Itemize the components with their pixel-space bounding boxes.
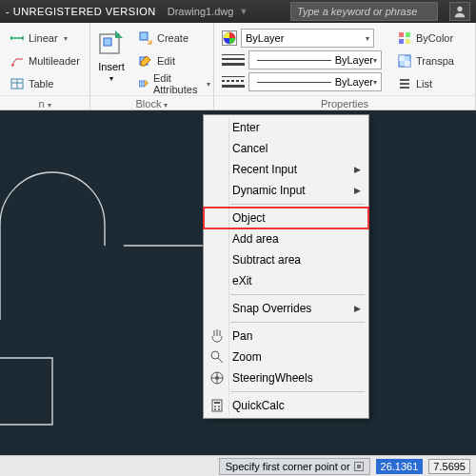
ctx-enter[interactable]: Enter [204,117,368,138]
create-block-button[interactable]: Create [134,29,214,48]
svg-rect-4 [140,32,148,40]
document-filename: Drawing1.dwg [168,6,234,17]
ribbon: Linear▾ Multileader Table n ▾ Insert [0,23,476,110]
dyn-toggle-icon[interactable] [354,462,364,471]
leader-icon [10,53,25,69]
transparency-icon [397,53,412,69]
table-icon [10,76,25,91]
list-button[interactable]: List [393,74,458,93]
svg-point-21 [218,406,220,407]
svg-rect-3 [104,38,111,46]
titlebar: - UNREGISTERED VERSION Drawing1.dwg ▼ Ty… [0,0,476,23]
insert-icon [96,29,127,59]
svg-point-17 [215,376,219,380]
edit-block-icon [138,53,153,69]
list-icon [397,76,412,91]
color-swatch-icon [222,30,237,46]
prompt-text: Specify first corner point or [226,461,350,472]
menu-separator [230,294,365,295]
coord-x[interactable]: 26.1361 [376,459,424,474]
table-button[interactable]: Table [6,74,84,93]
svg-point-20 [214,406,216,407]
svg-point-15 [211,351,219,359]
statusbar: Specify first corner point or 26.1361 7.… [0,455,476,476]
ctx-steering-wheels[interactable]: SteeringWheels [204,367,368,388]
ctx-quickcalc[interactable]: QuickCalc [204,395,368,416]
annotation-panel: Linear▾ Multileader Table n ▾ [0,23,90,109]
submenu-arrow-icon: ▶ [354,186,361,195]
edit-block-button[interactable]: Edit [134,51,214,70]
create-block-icon [138,30,153,46]
edit-attributes-button[interactable]: Edit Attributes▾ [134,74,214,93]
submenu-arrow-icon: ▶ [354,165,361,174]
ctx-pan[interactable]: Pan [204,326,368,347]
pan-icon [209,328,225,344]
ctx-recent-input[interactable]: Recent Input▶ [204,159,368,180]
coord-y[interactable]: 7.5695 [428,459,470,474]
linetype-combo[interactable]: ByLayer▾ [222,72,382,91]
command-prompt[interactable]: Specify first corner point or [219,458,370,475]
search-input[interactable]: Type a keyword or phrase [290,2,438,21]
submenu-arrow-icon: ▶ [354,304,361,313]
zoom-icon [209,349,225,365]
ctx-snap-overrides[interactable]: Snap Overrides▶ [204,298,368,319]
color-combo[interactable]: ByLayer▾ [222,29,382,48]
ctx-dynamic-input[interactable]: Dynamic Input▶ [204,180,368,201]
ctx-exit[interactable]: eXit [204,270,368,291]
svg-rect-9 [406,32,410,37]
svg-rect-14 [405,61,410,67]
bycolor-button[interactable]: ByColor [393,29,458,48]
svg-rect-18 [212,400,222,411]
context-menu: Enter Cancel Recent Input▶ Dynamic Input… [203,114,369,419]
svg-rect-19 [214,402,220,404]
linear-dimension-button[interactable]: Linear▾ [6,29,84,48]
properties-panel: ByLayer▾ ByLayer▾ ByLayer▾ ByColor [214,23,476,109]
menu-separator [230,322,365,323]
chevron-down-icon[interactable]: ▼ [239,7,248,16]
insert-button[interactable]: Insert ▾ [96,29,127,83]
svg-rect-10 [399,39,404,44]
transparency-button[interactable]: Transpa [393,51,458,70]
svg-point-22 [214,408,216,410]
lineweight-icon [222,53,245,67]
svg-point-23 [218,408,220,410]
signin-icon[interactable] [449,2,470,21]
bycolor-icon [397,30,412,46]
multileader-button[interactable]: Multileader [6,51,84,70]
calculator-icon [209,398,225,413]
unregistered-banner: - UNREGISTERED VERSION [6,6,156,17]
edit-attributes-icon [138,76,149,91]
ctx-zoom[interactable]: Zoom [204,347,368,367]
ctx-subtract-area[interactable]: Subtract area [204,249,368,270]
svg-rect-13 [399,55,405,61]
svg-rect-11 [406,39,410,44]
linetype-icon [222,75,245,89]
dimension-icon [10,30,25,46]
svg-point-0 [457,7,462,11]
menu-separator [230,391,365,392]
lineweight-combo[interactable]: ByLayer▾ [222,50,382,69]
ctx-cancel[interactable]: Cancel [204,138,368,159]
ctx-add-area[interactable]: Add area [204,228,368,249]
block-panel: Insert ▾ Create Edit Edit Attributes▾ Bl… [90,23,214,109]
menu-separator [230,204,365,205]
svg-rect-8 [399,32,404,37]
steering-wheel-icon [209,370,225,386]
ctx-object[interactable]: Object [204,208,368,228]
